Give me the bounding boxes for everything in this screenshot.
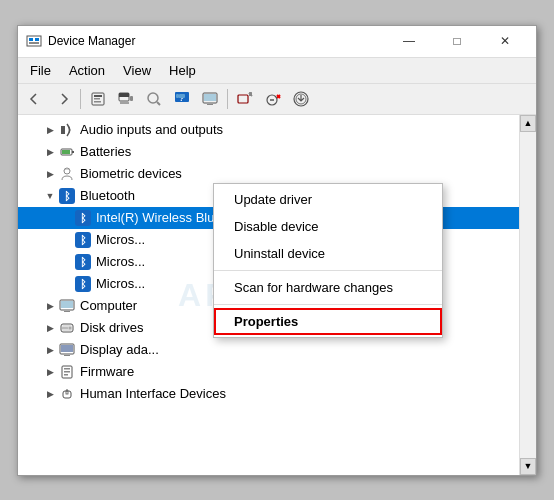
update-toolbar-button[interactable] bbox=[113, 87, 139, 111]
svg-rect-36 bbox=[61, 301, 73, 308]
download-button[interactable] bbox=[288, 87, 314, 111]
tree-item-batteries[interactable]: ▶ Batteries bbox=[18, 141, 519, 163]
window-controls: — □ ✕ bbox=[386, 26, 528, 56]
bt-intel-icon: ᛒ bbox=[74, 209, 92, 227]
humaninterface-label: Human Interface Devices bbox=[80, 386, 226, 401]
toolbar: ? bbox=[18, 84, 536, 115]
expand-bt-intel-icon bbox=[58, 210, 74, 226]
computer-icon bbox=[58, 297, 76, 315]
svg-rect-2 bbox=[35, 38, 39, 41]
svg-rect-1 bbox=[29, 38, 33, 41]
svg-rect-41 bbox=[62, 327, 68, 329]
svg-rect-20 bbox=[207, 104, 213, 105]
bluetooth-label: Bluetooth bbox=[80, 188, 135, 203]
svg-rect-33 bbox=[62, 150, 70, 154]
displayadapters-label: Display ada... bbox=[80, 342, 159, 357]
ctx-disable-device[interactable]: Disable device bbox=[214, 213, 442, 240]
svg-rect-9 bbox=[119, 93, 129, 97]
menu-action[interactable]: Action bbox=[61, 60, 113, 81]
diskdrives-icon bbox=[58, 319, 76, 337]
bt-micro2-label: Micros... bbox=[96, 254, 145, 269]
bluetooth-parent-icon: ᛒ bbox=[58, 187, 76, 205]
svg-rect-43 bbox=[61, 345, 73, 352]
scroll-down-button[interactable]: ▼ bbox=[520, 458, 536, 475]
biometric-icon bbox=[58, 165, 76, 183]
monitor-toolbar-button[interactable] bbox=[197, 87, 223, 111]
audio-label: Audio inputs and outputs bbox=[80, 122, 223, 137]
scroll-up-button[interactable]: ▲ bbox=[520, 115, 536, 132]
expand-biometric-icon: ▶ bbox=[42, 166, 58, 182]
svg-rect-46 bbox=[64, 368, 70, 370]
batteries-icon bbox=[58, 143, 76, 161]
expand-batteries-icon: ▶ bbox=[42, 144, 58, 160]
tree-item-humaninterface[interactable]: ▶ Human Interface Devices bbox=[18, 383, 519, 405]
svg-line-13 bbox=[157, 102, 160, 105]
svg-rect-48 bbox=[64, 374, 68, 376]
svg-rect-49 bbox=[63, 391, 71, 398]
svg-rect-6 bbox=[94, 98, 100, 100]
remove-device-button[interactable] bbox=[260, 87, 286, 111]
title-bar: Device Manager — □ ✕ bbox=[18, 26, 536, 58]
svg-rect-23 bbox=[249, 92, 252, 96]
svg-rect-47 bbox=[64, 371, 70, 373]
scrollbar[interactable]: ▲ ▼ bbox=[519, 115, 536, 475]
ctx-uninstall-device[interactable]: Uninstall device bbox=[214, 240, 442, 267]
expand-displayadapters-icon: ▶ bbox=[42, 342, 58, 358]
tree-item-audio[interactable]: ▶ Audio inputs and outputs bbox=[18, 119, 519, 141]
tree-item-displayadapters[interactable]: ▶ Display ada... bbox=[18, 339, 519, 361]
add-device-button[interactable] bbox=[232, 87, 258, 111]
tree-item-biometric[interactable]: ▶ Biometric devices bbox=[18, 163, 519, 185]
toolbar-separator-2 bbox=[227, 89, 228, 109]
expand-audio-icon: ▶ bbox=[42, 122, 58, 138]
expand-diskdrives-icon: ▶ bbox=[42, 320, 58, 336]
bt-micro2-icon: ᛒ bbox=[74, 253, 92, 271]
ctx-scan-hardware[interactable]: Scan for hardware changes bbox=[214, 274, 442, 301]
svg-rect-16 bbox=[179, 94, 185, 98]
scan-toolbar-button[interactable] bbox=[141, 87, 167, 111]
svg-rect-32 bbox=[72, 151, 74, 153]
humaninterface-icon bbox=[58, 385, 76, 403]
close-button[interactable]: ✕ bbox=[482, 26, 528, 56]
expand-bt-micro2-icon bbox=[58, 254, 74, 270]
svg-rect-19 bbox=[204, 94, 216, 101]
device-manager-window: Device Manager — □ ✕ File Action View He… bbox=[17, 25, 537, 476]
batteries-label: Batteries bbox=[80, 144, 131, 159]
svg-rect-3 bbox=[29, 42, 39, 44]
firmware-label: Firmware bbox=[80, 364, 134, 379]
ctx-separator-2 bbox=[214, 304, 442, 305]
back-button[interactable] bbox=[22, 87, 48, 111]
menu-bar: File Action View Help bbox=[18, 58, 536, 84]
svg-rect-37 bbox=[64, 311, 70, 312]
tree-item-firmware[interactable]: ▶ Firmware bbox=[18, 361, 519, 383]
menu-file[interactable]: File bbox=[22, 60, 59, 81]
bt-micro1-icon: ᛒ bbox=[74, 231, 92, 249]
svg-rect-5 bbox=[94, 95, 102, 97]
bt-micro3-icon: ᛒ bbox=[74, 275, 92, 293]
main-area: APPUALS ▶ Audio inputs and outputs ▶ bbox=[18, 115, 536, 475]
menu-view[interactable]: View bbox=[115, 60, 159, 81]
forward-button[interactable] bbox=[50, 87, 76, 111]
properties-toolbar-button[interactable] bbox=[85, 87, 111, 111]
svg-point-40 bbox=[69, 326, 72, 329]
expand-firmware-icon: ▶ bbox=[42, 364, 58, 380]
toolbar-separator-1 bbox=[80, 89, 81, 109]
svg-rect-7 bbox=[94, 101, 101, 103]
menu-help[interactable]: Help bbox=[161, 60, 204, 81]
ctx-update-driver[interactable]: Update driver bbox=[214, 186, 442, 213]
svg-rect-30 bbox=[61, 126, 65, 134]
window-title: Device Manager bbox=[48, 34, 386, 48]
displayadapters-icon bbox=[58, 341, 76, 359]
svg-rect-21 bbox=[238, 95, 248, 103]
minimize-button[interactable]: — bbox=[386, 26, 432, 56]
ctx-properties[interactable]: Properties bbox=[214, 308, 442, 335]
window-icon bbox=[26, 33, 42, 49]
maximize-button[interactable]: □ bbox=[434, 26, 480, 56]
context-menu: Update driver Disable device Uninstall d… bbox=[213, 183, 443, 338]
biometric-label: Biometric devices bbox=[80, 166, 182, 181]
bt-micro3-label: Micros... bbox=[96, 276, 145, 291]
audio-icon bbox=[58, 121, 76, 139]
expand-computer-icon: ▶ bbox=[42, 298, 58, 314]
expand-bluetooth-icon: ▼ bbox=[42, 188, 58, 204]
help-toolbar-button[interactable]: ? bbox=[169, 87, 195, 111]
diskdrives-label: Disk drives bbox=[80, 320, 144, 335]
